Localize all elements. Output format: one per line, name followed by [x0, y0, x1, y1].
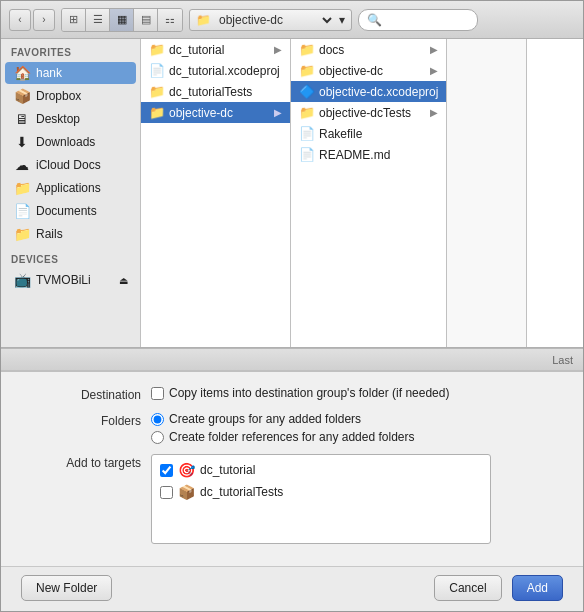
add-button[interactable]: Add: [512, 575, 563, 601]
destination-content: Copy items into destination group's fold…: [141, 386, 563, 400]
target-item[interactable]: 📦 dc_tutorialTests: [156, 481, 486, 503]
targets-box: 🎯 dc_tutorial 📦 dc_tutorialTests: [151, 454, 491, 544]
target-icon: 🎯: [178, 462, 195, 478]
folders-radio2[interactable]: [151, 431, 164, 444]
arrow-icon: ▶: [274, 44, 282, 55]
sidebar-item-downloads[interactable]: ⬇ Downloads: [5, 131, 136, 153]
sidebar-item-dropbox[interactable]: 📦 Dropbox: [5, 85, 136, 107]
target-checkbox-tests[interactable]: [160, 486, 173, 499]
status-bar: Last: [1, 348, 583, 370]
target-label: dc_tutorialTests: [200, 485, 283, 499]
path-arrow: ▾: [339, 13, 345, 27]
sidebar-item-label: Downloads: [36, 135, 95, 149]
item-label: objective-dcTests: [319, 106, 411, 120]
sidebar-item-label: Desktop: [36, 112, 80, 126]
view-column-btn[interactable]: ▦: [110, 9, 134, 31]
item-label: README.md: [319, 148, 390, 162]
targets-row: Add to targets 🎯 dc_tutorial 📦 dc_tutori…: [21, 454, 563, 544]
options-panel: Destination Copy items into destination …: [1, 370, 583, 566]
xcodeproj-icon: 🔷: [299, 84, 315, 99]
sidebar-item-label: iCloud Docs: [36, 158, 101, 172]
list-item[interactable]: 📁 objective-dc ▶: [291, 60, 446, 81]
list-item[interactable]: 📁 dc_tutorialTests: [141, 81, 290, 102]
sidebar-item-label: Rails: [36, 227, 63, 241]
path-control[interactable]: 📁 objective-dc ▾: [189, 9, 352, 31]
search-box[interactable]: 🔍: [358, 9, 478, 31]
column-3: [447, 39, 527, 347]
folders-radio2-text: Create folder references for any added f…: [169, 430, 414, 444]
back-button[interactable]: ‹: [9, 9, 31, 31]
view-list-btn[interactable]: ☰: [86, 9, 110, 31]
sidebar-item-applications[interactable]: 📁 Applications: [5, 177, 136, 199]
file-open-dialog: ‹ › ⊞ ☰ ▦ ▤ ⚏ 📁 objective-dc ▾ 🔍 FAVORIT…: [0, 0, 584, 612]
view-toggle: ⊞ ☰ ▦ ▤ ⚏: [61, 8, 183, 32]
item-label: dc_tutorial: [169, 43, 224, 57]
new-folder-button[interactable]: New Folder: [21, 575, 112, 601]
column-2: 📁 docs ▶ 📁 objective-dc ▶ 🔷 objective-dc…: [291, 39, 447, 347]
sidebar-item-label: hank: [36, 66, 62, 80]
toolbar: ‹ › ⊞ ☰ ▦ ▤ ⚏ 📁 objective-dc ▾ 🔍: [1, 1, 583, 39]
folder-icon: 📁: [196, 13, 211, 27]
view-cover-btn[interactable]: ▤: [134, 9, 158, 31]
folder-icon: 📁: [149, 84, 165, 99]
xcode-icon: 📄: [149, 63, 165, 78]
folders-radio1-label[interactable]: Create groups for any added folders: [151, 412, 563, 426]
item-label: objective-dc: [319, 64, 383, 78]
icloud-icon: ☁: [13, 157, 31, 173]
sidebar-item-label: Dropbox: [36, 89, 81, 103]
view-icon-btn[interactable]: ⊞: [62, 9, 86, 31]
destination-checkbox[interactable]: [151, 387, 164, 400]
eject-icon[interactable]: ⏏: [119, 275, 128, 286]
search-icon: 🔍: [367, 13, 382, 27]
arrow-icon: ▶: [430, 44, 438, 55]
sidebar-item-label: Applications: [36, 181, 101, 195]
search-input[interactable]: [386, 14, 469, 26]
target-checkbox-dc-tutorial[interactable]: [160, 464, 173, 477]
documents-icon: 📄: [13, 203, 31, 219]
sidebar-item-rails[interactable]: 📁 Rails: [5, 223, 136, 245]
item-label: objective-dc: [169, 106, 233, 120]
list-item[interactable]: 🔷 objective-dc.xcodeproj: [291, 81, 446, 102]
desktop-icon: 🖥: [13, 111, 31, 127]
target-label: dc_tutorial: [200, 463, 255, 477]
list-item[interactable]: 📄 Rakefile: [291, 123, 446, 144]
folder-icon: 📁: [299, 105, 315, 120]
sidebar-item-icloud[interactable]: ☁ iCloud Docs: [5, 154, 136, 176]
folders-radio1-text: Create groups for any added folders: [169, 412, 361, 426]
list-item[interactable]: 📄 README.md: [291, 144, 446, 165]
sidebar-item-desktop[interactable]: 🖥 Desktop: [5, 108, 136, 130]
folders-radio1[interactable]: [151, 413, 164, 426]
sidebar-item-hank[interactable]: 🏠 hank: [5, 62, 136, 84]
file-icon: 📄: [299, 126, 315, 141]
item-label: objective-dc.xcodeproj: [319, 85, 438, 99]
right-buttons: Cancel Add: [434, 575, 563, 601]
folder-icon: 📁: [299, 63, 315, 78]
destination-checkbox-label[interactable]: Copy items into destination group's fold…: [151, 386, 563, 400]
dropbox-icon: 📦: [13, 88, 31, 104]
list-item[interactable]: 📁 objective-dcTests ▶: [291, 102, 446, 123]
list-item[interactable]: 📄 dc_tutorial.xcodeproj: [141, 60, 290, 81]
sidebar: FAVORITES 🏠 hank 📦 Dropbox 🖥 Desktop ⬇ D…: [1, 39, 141, 347]
forward-button[interactable]: ›: [33, 9, 55, 31]
list-item[interactable]: 📁 docs ▶: [291, 39, 446, 60]
targets-label: Add to targets: [21, 454, 141, 470]
cancel-button[interactable]: Cancel: [434, 575, 501, 601]
view-coverflow-btn[interactable]: ⚏: [158, 9, 182, 31]
sidebar-item-documents[interactable]: 📄 Documents: [5, 200, 136, 222]
arrow-icon: ▶: [430, 65, 438, 76]
columns-area: 📁 dc_tutorial ▶ 📄 dc_tutorial.xcodeproj …: [141, 39, 583, 347]
arrow-icon: ▶: [430, 107, 438, 118]
folders-radio2-label[interactable]: Create folder references for any added f…: [151, 430, 563, 444]
home-icon: 🏠: [13, 65, 31, 81]
folder-icon: 📁: [149, 42, 165, 57]
folders-content: Create groups for any added folders Crea…: [141, 412, 563, 444]
list-item[interactable]: 📁 dc_tutorial ▶: [141, 39, 290, 60]
list-item[interactable]: 📁 objective-dc ▶: [141, 102, 290, 123]
path-select[interactable]: objective-dc: [215, 12, 335, 28]
sidebar-item-tvmobili[interactable]: 📺 TVMOBiLi ⏏: [5, 269, 136, 291]
nav-buttons: ‹ ›: [9, 9, 55, 31]
target-item[interactable]: 🎯 dc_tutorial: [156, 459, 486, 481]
destination-text: Copy items into destination group's fold…: [169, 386, 449, 400]
applications-icon: 📁: [13, 180, 31, 196]
folder-icon: 📁: [299, 42, 315, 57]
